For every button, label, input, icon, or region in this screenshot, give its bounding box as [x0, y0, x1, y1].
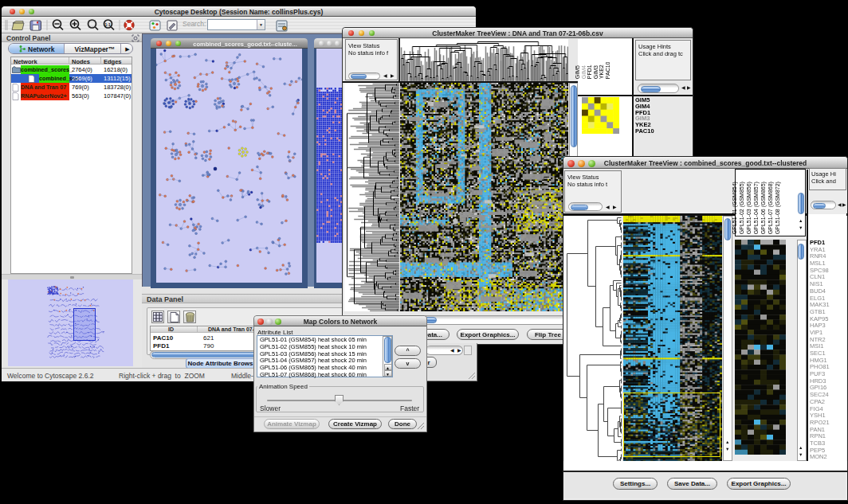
svg-text:1:1: 1:1 — [105, 22, 111, 27]
